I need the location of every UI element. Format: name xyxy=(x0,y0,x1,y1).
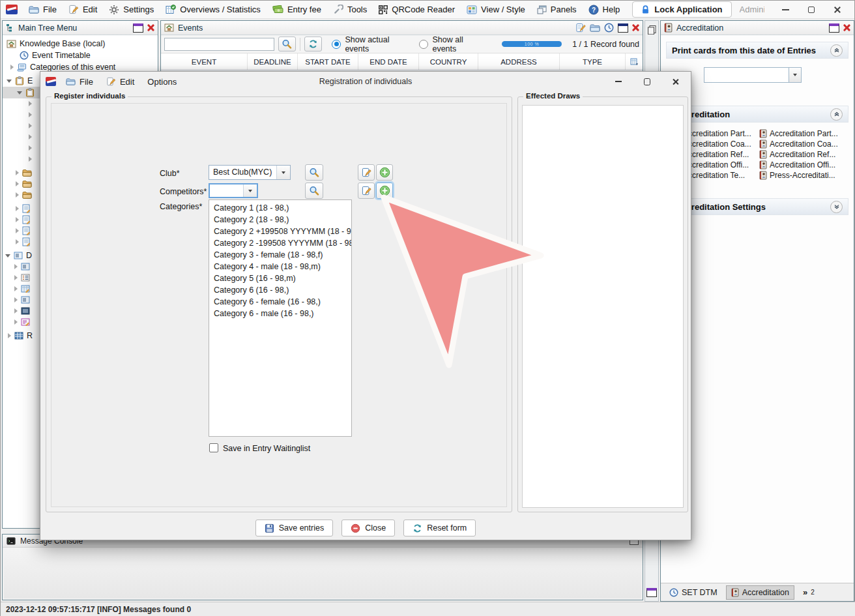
expander-icon[interactable] xyxy=(7,80,12,83)
category-option[interactable]: Category 1 (18 - 98,) xyxy=(209,202,351,214)
expander-icon[interactable] xyxy=(16,228,19,233)
expander-icon[interactable] xyxy=(10,65,14,70)
effected-draws-list[interactable] xyxy=(522,105,684,508)
column-header-country[interactable]: COUNTRY xyxy=(419,53,478,70)
panel-close-icon[interactable] xyxy=(147,24,154,31)
reset-form-button[interactable]: Reset form xyxy=(403,520,476,536)
accreditation-item[interactable]: Accreditation Offi... xyxy=(759,160,845,169)
accreditation-item[interactable]: Accreditation Ref... xyxy=(759,150,845,159)
expander-icon[interactable] xyxy=(16,181,19,186)
radio-show-all-events[interactable] xyxy=(419,40,428,49)
close-dialog-button[interactable]: Close xyxy=(341,520,395,536)
panel-close-icon[interactable] xyxy=(632,24,639,31)
dialog-minimize-button[interactable] xyxy=(609,74,628,89)
expander-icon[interactable] xyxy=(14,275,18,280)
club-edit-button[interactable] xyxy=(358,164,375,181)
menu-entry-fee[interactable]: Entry fee xyxy=(267,3,327,16)
expander-icon[interactable] xyxy=(29,123,32,128)
club-combobox[interactable]: Best Club(MYC) xyxy=(209,165,291,180)
dialog-menu-options[interactable]: Options xyxy=(141,75,182,89)
edit-record-icon[interactable] xyxy=(575,23,586,33)
menu-view-style[interactable]: View / Style xyxy=(461,3,531,16)
expander-icon[interactable] xyxy=(17,91,22,95)
dialog-titlebar[interactable]: Registration of individuals File Edit Op… xyxy=(40,72,691,91)
menu-panels[interactable]: Panels xyxy=(531,3,583,16)
accreditation-item[interactable]: Accreditation Coa... xyxy=(759,139,845,149)
refresh-button[interactable] xyxy=(304,37,322,51)
accreditation-item[interactable]: Accreditation Part... xyxy=(759,129,845,138)
menu-tools[interactable]: Tools xyxy=(327,3,373,16)
competitors-edit-button[interactable] xyxy=(358,183,375,199)
panel-maximize-icon[interactable] xyxy=(618,23,628,33)
category-option[interactable]: Category 5 (16 - 98,m) xyxy=(209,272,351,284)
category-option[interactable]: Category 2 +199508 YYYYMM (18 - 98,) xyxy=(209,226,351,237)
dialog-maximize-button[interactable] xyxy=(637,74,657,89)
clock-icon[interactable] xyxy=(604,23,614,33)
competitors-input[interactable] xyxy=(210,184,243,197)
category-option[interactable]: Category 6 - female (16 - 98,) xyxy=(209,296,351,308)
waitlist-checkbox[interactable] xyxy=(209,443,218,452)
expander-icon[interactable] xyxy=(14,308,18,314)
category-option[interactable]: Category 2 -199508 YYYYMM (18 - 98,) xyxy=(209,237,351,249)
category-option[interactable]: Category 6 (16 - 98,) xyxy=(209,284,351,296)
accreditation-item[interactable]: Press-Accreditati... xyxy=(759,171,845,180)
dialog-menu-file[interactable]: File xyxy=(60,75,99,89)
expander-icon[interactable] xyxy=(16,217,19,222)
expander-icon[interactable] xyxy=(16,239,19,244)
print-date-input[interactable] xyxy=(704,67,789,83)
collapse-section-button[interactable] xyxy=(830,44,843,57)
competitors-add-button[interactable] xyxy=(376,183,393,199)
expander-icon[interactable] xyxy=(14,297,18,302)
tree-item-event-timetable[interactable]: Event Timetable xyxy=(3,50,158,61)
expander-icon[interactable] xyxy=(8,333,11,338)
print-cards-section-header[interactable]: Print cards from this date of Entries xyxy=(666,42,848,59)
column-chooser-button[interactable] xyxy=(626,53,643,70)
expander-icon[interactable] xyxy=(16,170,19,175)
lock-application-button[interactable]: Lock Application xyxy=(632,1,731,18)
menu-overviews[interactable]: Overviews / Statistics xyxy=(160,3,267,17)
column-header-address[interactable]: ADDRESS xyxy=(478,53,560,70)
dropdown-button[interactable] xyxy=(789,67,802,83)
menu-settings[interactable]: Settings xyxy=(103,3,160,17)
folder-icon[interactable] xyxy=(590,23,600,32)
menu-file[interactable]: File xyxy=(23,3,63,16)
tab-set-dtm[interactable]: SET DTM xyxy=(664,585,723,600)
tab-accreditation[interactable]: Accreditation xyxy=(726,585,794,600)
expand-section-button[interactable] xyxy=(830,201,843,213)
competitors-combobox[interactable] xyxy=(209,183,258,198)
column-header-event[interactable]: EVENT xyxy=(161,53,248,70)
minimize-button[interactable] xyxy=(772,1,798,18)
expander-icon[interactable] xyxy=(14,264,18,269)
collapse-section-button[interactable] xyxy=(830,108,843,121)
expander-icon[interactable] xyxy=(29,156,32,162)
expander-icon[interactable] xyxy=(5,254,10,257)
column-header-start-date[interactable]: START DATE xyxy=(298,53,358,70)
save-entries-button[interactable]: Save entries xyxy=(255,520,333,536)
competitors-search-button[interactable] xyxy=(305,183,323,199)
menu-help[interactable]: ? Help xyxy=(583,3,626,17)
accreditation-settings-section-header[interactable]: Accreditation Settings xyxy=(666,198,848,215)
panel-close-icon[interactable] xyxy=(843,24,850,31)
accreditation-section-header[interactable]: Accreditation xyxy=(666,106,848,123)
close-button[interactable] xyxy=(824,1,850,18)
club-add-button[interactable] xyxy=(376,164,393,181)
expander-icon[interactable] xyxy=(14,319,18,325)
dialog-close-button[interactable] xyxy=(666,74,686,89)
maximize-button[interactable] xyxy=(798,1,824,18)
panel-maximize-icon[interactable] xyxy=(829,23,839,33)
column-header-deadline[interactable]: DEADLINE xyxy=(248,53,298,70)
panel-maximize-icon[interactable] xyxy=(133,23,143,33)
events-search-input[interactable] xyxy=(164,38,274,51)
radio-show-actual-events[interactable] xyxy=(332,40,341,49)
menu-edit[interactable]: Edit xyxy=(63,3,103,16)
expander-icon[interactable] xyxy=(29,145,32,151)
tab-overflow-button[interactable]: » 2 xyxy=(798,585,820,600)
expander-icon[interactable] xyxy=(29,134,32,139)
column-header-type[interactable]: TYPE xyxy=(560,53,626,70)
menu-qrcode[interactable]: QRCode Reader xyxy=(373,3,461,16)
tree-item-knowledge-base[interactable]: Knowledge Base (local) xyxy=(3,38,158,50)
expander-icon[interactable] xyxy=(16,206,19,211)
search-button[interactable] xyxy=(278,37,296,51)
dialog-menu-edit[interactable]: Edit xyxy=(100,75,140,89)
dropdown-button[interactable] xyxy=(276,166,290,179)
